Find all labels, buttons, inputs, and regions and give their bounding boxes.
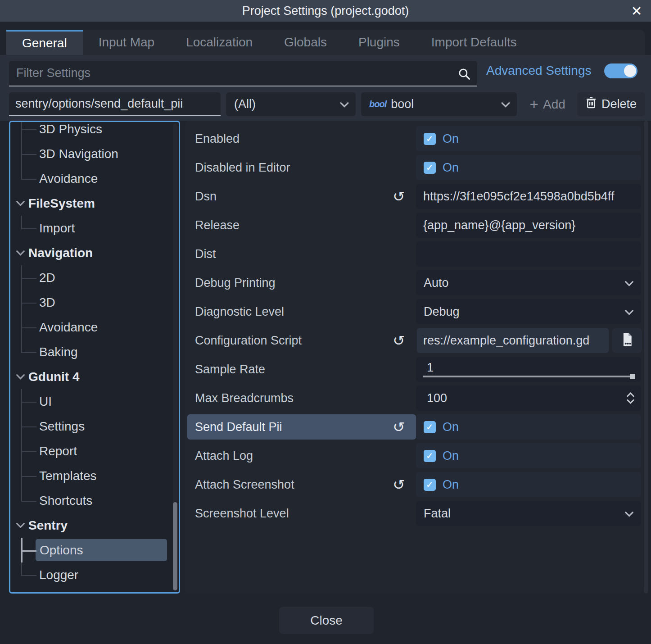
dropdown-field[interactable]: Auto bbox=[416, 270, 641, 295]
toolbar: Filter Settings Advanced Settings sentry… bbox=[0, 55, 651, 121]
chevron-down-icon bbox=[501, 97, 511, 111]
slider-handle[interactable] bbox=[630, 374, 635, 379]
spinbox-field[interactable]: 100 bbox=[416, 385, 641, 411]
revert-icon[interactable]: ↺ bbox=[390, 472, 407, 497]
tree-item-baking[interactable]: Baking bbox=[10, 340, 172, 364]
tree-connector bbox=[21, 439, 36, 463]
dropdown-value: Fatal bbox=[424, 507, 451, 521]
tree-item-sentry[interactable]: Sentry bbox=[10, 513, 172, 538]
dropdown-field[interactable]: Fatal bbox=[416, 501, 641, 526]
add-button[interactable]: + Add bbox=[522, 92, 573, 116]
dropdown-field[interactable]: Debug bbox=[416, 299, 641, 324]
setting-row-max-breadcrumbs: Max Breadcrumbs 100 bbox=[185, 385, 643, 411]
tree-scrollbar-thumb[interactable] bbox=[173, 502, 177, 590]
tree-item-3d-navigation[interactable]: 3D Navigation bbox=[10, 141, 172, 166]
tab-general[interactable]: General bbox=[6, 30, 83, 55]
checkbox-checked[interactable]: ✓ bbox=[424, 162, 436, 174]
tab-input-map[interactable]: Input Map bbox=[83, 30, 171, 55]
checkbox-checked[interactable]: ✓ bbox=[424, 421, 436, 433]
project-settings-dialog: Project Settings (project.godot) ✕ Gener… bbox=[0, 0, 651, 644]
tree-item-label: Logger bbox=[39, 568, 78, 582]
dropdown-value: Auto bbox=[424, 276, 449, 290]
tree-item-3d[interactable]: 3D bbox=[10, 290, 172, 315]
tab-localization[interactable]: Localization bbox=[170, 30, 268, 55]
delete-button[interactable]: Delete bbox=[577, 92, 645, 116]
tree-item-filesystem[interactable]: FileSystem bbox=[10, 191, 172, 216]
setting-row-configuration-script: Configuration Script↺res://example_confi… bbox=[185, 328, 643, 353]
close-button[interactable]: Close bbox=[279, 607, 374, 634]
plus-icon: + bbox=[529, 95, 538, 113]
tree-item-avoidance[interactable]: Avoidance bbox=[10, 315, 172, 340]
spinbox-arrows[interactable] bbox=[626, 385, 635, 411]
tree-item-3d-physics[interactable]: 3D Physics bbox=[10, 121, 172, 141]
text-field[interactable]: https://3f1e095cf2e14598a0bd5b4ff bbox=[416, 184, 641, 209]
tree-item-logger[interactable]: Logger bbox=[10, 562, 172, 587]
checkbox-state-label: On bbox=[443, 132, 459, 146]
close-icon[interactable]: ✕ bbox=[628, 3, 645, 19]
setting-label: Dsn bbox=[195, 184, 217, 209]
revert-icon[interactable]: ↺ bbox=[390, 184, 407, 209]
revert-icon[interactable]: ↺ bbox=[390, 414, 407, 440]
tree-item-ui[interactable]: UI bbox=[10, 389, 172, 414]
tree-connector bbox=[21, 166, 36, 191]
script-file-button[interactable] bbox=[612, 328, 642, 353]
tree-item-avoidance[interactable]: Avoidance bbox=[10, 166, 172, 191]
tree-connector bbox=[21, 315, 36, 340]
tree-item-report[interactable]: Report bbox=[10, 439, 172, 463]
checkbox-checked[interactable]: ✓ bbox=[424, 450, 436, 462]
add-label: Add bbox=[543, 97, 565, 112]
setting-row-diagnostic-level: Diagnostic Level Debug bbox=[185, 299, 643, 324]
checkbox-checked[interactable]: ✓ bbox=[424, 479, 436, 491]
tree-connector bbox=[21, 216, 36, 240]
settings-tree-panel: 3D Physics3D NavigationAvoidanceFileSyst… bbox=[9, 121, 180, 594]
tree-item-label: Options bbox=[36, 539, 167, 561]
tree-section-label: Gdunit 4 bbox=[28, 370, 80, 384]
chevron-down-icon[interactable] bbox=[16, 200, 27, 207]
tree-connector bbox=[21, 463, 36, 488]
tree-item-navigation[interactable]: Navigation bbox=[10, 240, 172, 265]
chevron-down-icon bbox=[624, 276, 634, 290]
tab-globals[interactable]: Globals bbox=[268, 30, 343, 55]
checkbox-state-label: On bbox=[443, 420, 459, 434]
tab-import-defaults[interactable]: Import Defaults bbox=[416, 30, 533, 55]
chevron-down-icon[interactable] bbox=[16, 522, 27, 529]
setting-label: Max Breadcrumbs bbox=[195, 385, 294, 411]
checkbox-checked[interactable]: ✓ bbox=[424, 133, 436, 145]
toggle-knob bbox=[624, 65, 636, 77]
chevron-up-icon bbox=[626, 392, 635, 397]
tree-item-settings[interactable]: Settings bbox=[10, 414, 172, 439]
setting-label: Diagnostic Level bbox=[195, 299, 284, 324]
tree-item-gdunit-4[interactable]: Gdunit 4 bbox=[10, 364, 172, 389]
text-field[interactable] bbox=[416, 241, 641, 267]
advanced-settings-label[interactable]: Advanced Settings bbox=[486, 55, 592, 86]
tree-item-shortcuts[interactable]: Shortcuts bbox=[10, 488, 172, 513]
tree-section-label: FileSystem bbox=[28, 196, 95, 211]
advanced-settings-toggle[interactable] bbox=[604, 63, 637, 78]
chevron-down-icon[interactable] bbox=[16, 374, 27, 380]
content-body: 3D Physics3D NavigationAvoidanceFileSyst… bbox=[0, 121, 651, 594]
tree-item-import[interactable]: Import bbox=[10, 216, 172, 240]
setting-row-release: Release{app_name}@{app_version} bbox=[185, 213, 643, 238]
tree-item-2d[interactable]: 2D bbox=[10, 265, 172, 290]
delete-label: Delete bbox=[601, 97, 637, 111]
search-input[interactable]: Filter Settings bbox=[9, 61, 477, 86]
tab-plugins[interactable]: Plugins bbox=[343, 30, 416, 55]
trash-icon bbox=[585, 96, 597, 112]
type-value: bool bbox=[391, 97, 414, 111]
tree-item-label: Templates bbox=[39, 469, 97, 483]
window-title: Project Settings (project.godot) bbox=[242, 4, 409, 18]
tab-zone: GeneralInput MapLocalizationGlobalsPlugi… bbox=[0, 22, 651, 55]
tree-item-templates[interactable]: Templates bbox=[10, 463, 172, 488]
revert-icon[interactable]: ↺ bbox=[390, 328, 407, 353]
text-field[interactable]: {app_name}@{app_version} bbox=[416, 213, 641, 238]
category-dropdown[interactable]: (All) bbox=[226, 92, 356, 116]
chevron-down-icon[interactable] bbox=[16, 250, 27, 256]
slider-track[interactable] bbox=[423, 376, 634, 377]
type-dropdown[interactable]: bool bool bbox=[361, 92, 517, 116]
setting-label: Send Default Pii bbox=[195, 414, 282, 440]
inspector-scrollbar[interactable] bbox=[644, 121, 648, 594]
tree-item-options[interactable]: Options bbox=[10, 538, 172, 562]
property-path-input[interactable]: sentry/options/send_default_pii bbox=[9, 92, 221, 116]
resource-path-field[interactable]: res://example_configuration.gd bbox=[417, 328, 609, 353]
setting-label: Debug Printing bbox=[195, 270, 276, 295]
